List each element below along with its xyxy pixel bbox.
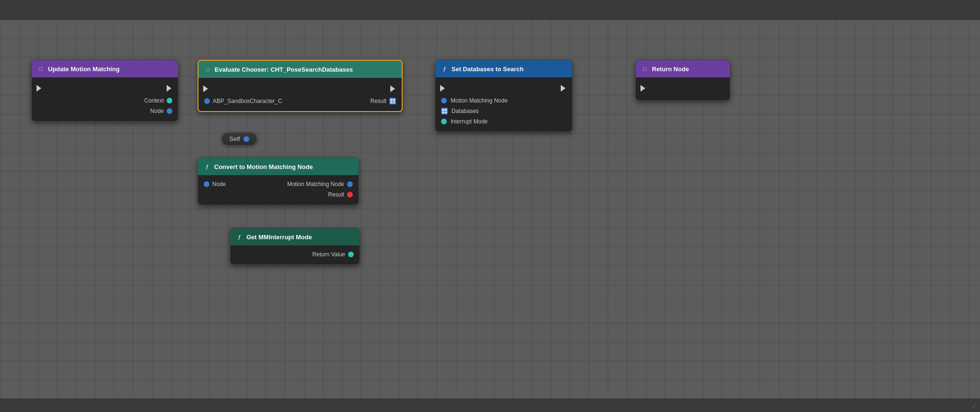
set-databases-body: Motion Matching Node Databases Interrupt… bbox=[435, 77, 572, 131]
get-mminterrupt-node[interactable]: ƒ Get MMInterrupt Mode Return Value bbox=[230, 228, 360, 265]
set-databases-icon: ƒ bbox=[440, 65, 449, 73]
set-databases-title: Set Databases to Search bbox=[452, 66, 524, 73]
update-motion-matching-header: □ Update Motion Matching bbox=[32, 60, 178, 77]
convert-to-motion-title: Convert to Motion Matching Node bbox=[214, 163, 313, 170]
return-node[interactable]: □ Return Node bbox=[635, 60, 730, 101]
motion-matching-node-pin[interactable] bbox=[441, 98, 447, 103]
return-value-label: Return Value bbox=[312, 251, 345, 258]
svg-marker-9 bbox=[641, 85, 645, 92]
node-label: Node bbox=[150, 108, 164, 114]
return-value-row: Return Value bbox=[230, 249, 359, 260]
evaluate-chooser-icon: □ bbox=[203, 65, 212, 74]
result-label: Result bbox=[328, 191, 344, 198]
set-databases-node[interactable]: ƒ Set Databases to Search Motion Matchin… bbox=[435, 60, 573, 132]
exec-row bbox=[636, 81, 730, 95]
motion-matching-node-row: Motion Matching Node bbox=[435, 95, 572, 106]
evaluate-chooser-body: ABP_SandboxCharacter_C Result bbox=[198, 78, 402, 111]
abp-result-row: ABP_SandboxCharacter_C Result bbox=[198, 96, 402, 106]
exec-row bbox=[32, 81, 178, 95]
svg-marker-7 bbox=[440, 85, 445, 92]
context-pin[interactable] bbox=[167, 98, 172, 103]
corner-icon: ⟋ bbox=[971, 403, 977, 410]
node-pin-row: Node bbox=[32, 106, 178, 116]
bottom-bar: ⟋ bbox=[0, 399, 980, 412]
exec-out-pin[interactable] bbox=[389, 84, 398, 93]
interrupt-mode-row: Interrupt Mode bbox=[435, 116, 572, 127]
convert-to-motion-icon: ƒ bbox=[203, 162, 211, 171]
node-motion-row: Node Motion Matching Node bbox=[198, 179, 358, 189]
abp-pin[interactable] bbox=[204, 98, 210, 104]
interrupt-mode-pin[interactable] bbox=[441, 119, 447, 124]
get-mminterrupt-title: Get MMInterrupt Mode bbox=[246, 234, 312, 241]
databases-pin[interactable] bbox=[441, 108, 448, 114]
svg-marker-4 bbox=[167, 85, 171, 92]
exec-out-pin[interactable] bbox=[166, 84, 174, 93]
motion-matching-out-pin[interactable] bbox=[347, 181, 353, 187]
update-motion-matching-icon: □ bbox=[37, 65, 45, 73]
evaluate-chooser-title: Evaluate Chooser: CHT_PoseSearchDatabase… bbox=[215, 66, 353, 73]
return-node-body bbox=[636, 77, 730, 100]
exec-in-pin[interactable] bbox=[439, 84, 448, 93]
evaluate-chooser-node[interactable]: □ Evaluate Chooser: CHT_PoseSearchDataba… bbox=[198, 60, 403, 112]
exec-in-pin[interactable] bbox=[36, 84, 44, 93]
self-node[interactable]: Self bbox=[221, 132, 257, 146]
update-motion-matching-body: Context Node bbox=[32, 77, 178, 121]
svg-marker-6 bbox=[390, 85, 395, 92]
motion-matching-node-label: Motion Matching Node bbox=[451, 97, 508, 104]
result-pin[interactable] bbox=[389, 98, 396, 104]
exec-row bbox=[198, 82, 402, 96]
top-bar bbox=[0, 0, 980, 20]
set-databases-header: ƒ Set Databases to Search bbox=[435, 60, 572, 77]
return-node-header: □ Return Node bbox=[636, 60, 730, 77]
result-label: Result bbox=[370, 98, 386, 104]
get-mminterrupt-body: Return Value bbox=[230, 245, 359, 264]
update-motion-matching-title: Update Motion Matching bbox=[48, 66, 120, 73]
get-mminterrupt-header: ƒ Get MMInterrupt Mode bbox=[230, 228, 359, 245]
convert-to-motion-matching-node[interactable]: ƒ Convert to Motion Matching Node Node M… bbox=[198, 158, 359, 205]
node-pin[interactable] bbox=[167, 108, 172, 114]
motion-matching-out-label: Motion Matching Node bbox=[287, 181, 344, 187]
return-node-icon: □ bbox=[641, 65, 649, 73]
get-mminterrupt-icon: ƒ bbox=[235, 233, 244, 241]
abp-label: ABP_SandboxCharacter_C bbox=[213, 98, 282, 104]
context-pin-row: Context bbox=[32, 95, 178, 106]
exec-row bbox=[435, 81, 572, 95]
result-pin[interactable] bbox=[347, 192, 353, 197]
databases-label: Databases bbox=[452, 108, 479, 114]
convert-to-motion-header: ƒ Convert to Motion Matching Node bbox=[198, 158, 358, 175]
result-row: Result bbox=[198, 189, 358, 200]
update-motion-matching-node[interactable]: □ Update Motion Matching Context Node bbox=[31, 60, 179, 122]
self-pin[interactable] bbox=[244, 136, 249, 142]
return-value-pin[interactable] bbox=[348, 252, 354, 257]
self-label: Self bbox=[229, 135, 240, 142]
svg-marker-3 bbox=[37, 85, 41, 92]
exec-in-pin[interactable] bbox=[640, 84, 648, 93]
context-label: Context bbox=[144, 97, 164, 104]
svg-marker-8 bbox=[561, 85, 565, 92]
return-node-title: Return Node bbox=[652, 66, 689, 73]
exec-in-pin[interactable] bbox=[202, 84, 211, 93]
svg-marker-5 bbox=[203, 85, 208, 92]
node-in-pin[interactable] bbox=[204, 181, 209, 187]
node-in-label: Node bbox=[212, 181, 226, 187]
interrupt-mode-label: Interrupt Mode bbox=[451, 118, 488, 125]
exec-out-pin[interactable] bbox=[560, 84, 568, 93]
databases-row: Databases bbox=[435, 106, 572, 116]
convert-to-motion-body: Node Motion Matching Node Result bbox=[198, 175, 358, 205]
evaluate-chooser-header: □ Evaluate Chooser: CHT_PoseSearchDataba… bbox=[198, 61, 402, 78]
